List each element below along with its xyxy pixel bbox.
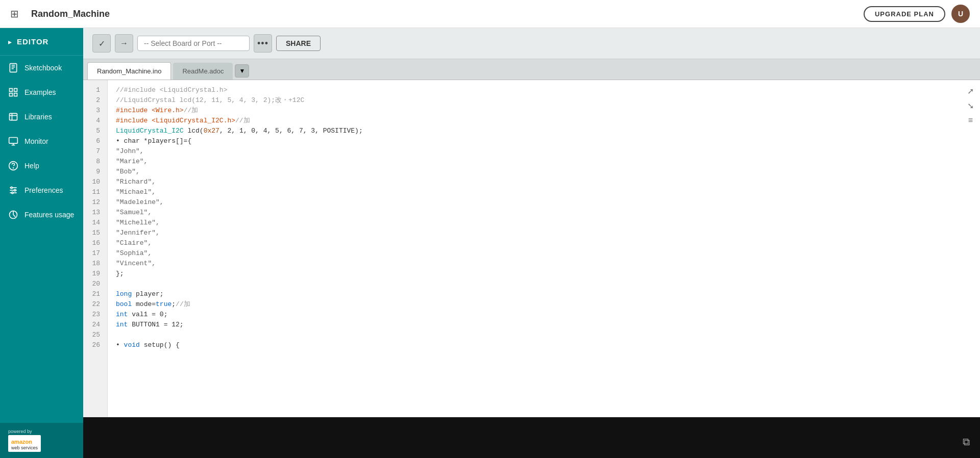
editor-right-toolbar: ➚ ➘ ≡: [966, 85, 975, 126]
expand-icon: ➚: [967, 87, 974, 95]
sidebar-item-monitor[interactable]: Monitor: [0, 129, 83, 154]
tab-main-file[interactable]: Random_Machine.ino: [87, 62, 171, 80]
svg-point-12: [13, 168, 14, 168]
more-options-button[interactable]: •••: [254, 34, 272, 53]
list-icon: ≡: [968, 116, 973, 124]
share-button[interactable]: SHARE: [276, 36, 321, 51]
editor-area: Random_Machine.ino ReadMe.adoc ▼ 12345 6…: [83, 59, 980, 417]
sidebar-toggle-icon[interactable]: ▸: [8, 38, 12, 46]
top-bar-right: UPGRADE PLAN U: [864, 5, 970, 23]
file-icon: [8, 63, 18, 73]
svg-point-18: [12, 192, 13, 193]
svg-rect-8: [9, 138, 18, 144]
app-grid-icon[interactable]: ⊞: [10, 8, 19, 20]
toolbar: ✓ → ••• SHARE: [83, 28, 980, 59]
sidebar-item-examples[interactable]: Examples: [0, 80, 83, 105]
bottom-bar: [83, 417, 980, 458]
svg-rect-4: [14, 93, 17, 96]
sidebar: ▸ EDITOR Sketchbook Examples Libraries: [0, 28, 83, 458]
upload-icon: →: [120, 39, 128, 48]
tabs-bar: Random_Machine.ino ReadMe.adoc ▼: [83, 59, 980, 80]
sidebar-item-features-label: Features usage: [24, 211, 74, 219]
line-numbers: 12345 678910 1112131415 1617181920 21222…: [83, 80, 108, 417]
grid-icon: [8, 87, 18, 97]
main-layout: ▸ EDITOR Sketchbook Examples Libraries: [0, 28, 980, 458]
svg-point-16: [11, 187, 12, 188]
collapse-button[interactable]: ➘: [966, 100, 975, 112]
upgrade-plan-button[interactable]: UPGRADE PLAN: [864, 6, 945, 22]
sidebar-item-help[interactable]: Help: [0, 154, 83, 178]
svg-rect-1: [10, 89, 13, 92]
svg-rect-0: [10, 64, 16, 72]
sidebar-item-sketchbook-label: Sketchbook: [24, 64, 62, 72]
avatar-initials: U: [958, 10, 963, 18]
tab-main-label: Random_Machine.ino: [97, 67, 161, 75]
aws-sub-text: web services: [11, 446, 38, 450]
avatar[interactable]: U: [951, 5, 970, 23]
code-editor: 12345 678910 1112131415 1617181920 21222…: [83, 80, 980, 417]
upload-button[interactable]: →: [115, 34, 133, 53]
code-content[interactable]: //#include <LiquidCrystal.h> //LiquidCry…: [108, 80, 980, 417]
sidebar-item-help-label: Help: [24, 162, 39, 170]
dots-icon: •••: [257, 38, 268, 49]
sidebar-item-preferences-label: Preferences: [24, 186, 63, 194]
svg-rect-5: [10, 113, 17, 120]
sidebar-item-features[interactable]: Features usage: [0, 202, 83, 227]
sidebar-item-monitor-label: Monitor: [24, 137, 48, 145]
chevron-down-icon: ▼: [239, 67, 245, 74]
sidebar-header: ▸ EDITOR: [0, 28, 83, 56]
content-area: ✓ → ••• SHARE Random_Machine.ino ReadMe.…: [83, 28, 980, 458]
tab-readme-label: ReadMe.adoc: [182, 67, 224, 75]
sliders-icon: [8, 185, 18, 195]
top-bar-left: ⊞ Random_Machine: [10, 8, 110, 20]
board-port-selector[interactable]: [137, 36, 250, 51]
monitor-icon: [8, 136, 18, 146]
features-icon: [8, 210, 18, 220]
sidebar-item-libraries-label: Libraries: [24, 113, 52, 121]
svg-point-17: [14, 189, 16, 191]
top-bar: ⊞ Random_Machine UPGRADE PLAN U: [0, 0, 980, 28]
help-icon: [8, 161, 18, 171]
expand-button[interactable]: ➚: [966, 85, 975, 97]
sidebar-item-libraries[interactable]: Libraries: [0, 105, 83, 129]
aws-logo-text: amazon: [11, 439, 32, 445]
svg-rect-3: [10, 93, 13, 96]
copy-icon: ⧉: [963, 436, 970, 447]
sidebar-item-sketchbook[interactable]: Sketchbook: [0, 56, 83, 80]
verify-button[interactable]: ✓: [92, 34, 111, 53]
copy-icon-button[interactable]: ⧉: [963, 436, 970, 448]
project-title: Random_Machine: [31, 9, 110, 19]
verify-icon: ✓: [99, 39, 105, 48]
tab-readme[interactable]: ReadMe.adoc: [173, 63, 233, 80]
sidebar-item-examples-label: Examples: [24, 88, 56, 96]
sidebar-title: EDITOR: [17, 37, 48, 46]
aws-branding: powered by amazon web services: [0, 423, 83, 458]
sidebar-item-preferences[interactable]: Preferences: [0, 178, 83, 202]
tab-more-button[interactable]: ▼: [235, 64, 249, 78]
collapse-icon: ➘: [967, 101, 974, 110]
libraries-icon: [8, 112, 18, 122]
aws-powered-label: powered by: [8, 429, 32, 434]
svg-rect-2: [14, 89, 17, 92]
list-view-button[interactable]: ≡: [966, 115, 975, 126]
